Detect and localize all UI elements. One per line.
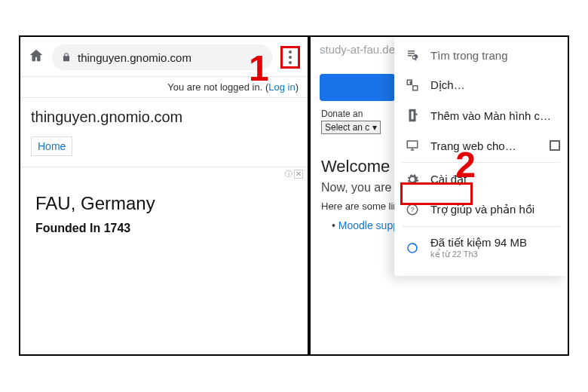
menu-label: Thêm vào Màn hình c…	[430, 109, 551, 122]
menu-label: Tìm trong trang	[430, 49, 508, 62]
lock-icon	[61, 52, 72, 63]
menu-settings[interactable]: Cài đặt	[394, 164, 568, 194]
search-in-page-icon	[405, 47, 420, 63]
site-title: thinguyen.gnomio.com	[20, 98, 308, 129]
menu-separator	[402, 226, 560, 227]
data-saver-icon	[405, 240, 420, 256]
donate-select[interactable]: Select an c ▾	[321, 121, 381, 134]
svg-text:?: ?	[410, 206, 414, 213]
checkbox-icon[interactable]	[550, 140, 560, 151]
omnibox[interactable]: thinguyen.gnomio.com	[52, 44, 273, 70]
menu-data-saved[interactable]: Đã tiết kiệm 94 MB kể từ 22 Th3	[394, 228, 568, 267]
ad-title: FAU, Germany	[35, 193, 292, 214]
login-link[interactable]: Log in	[268, 81, 295, 93]
ad-controls: ⓘ✕	[20, 167, 308, 179]
overflow-menu-button[interactable]	[280, 46, 300, 69]
omnibox-url: thinguyen.gnomio.com	[78, 51, 191, 64]
menu-add-to-homescreen[interactable]: Thêm vào Màn hình c…	[394, 100, 568, 130]
ad-block[interactable]: FAU, Germany Founded In 1743	[20, 179, 308, 249]
ad-close-icon[interactable]: ✕	[294, 170, 303, 179]
menu-translate[interactable]: Dịch…	[394, 70, 568, 100]
dots-icon	[289, 51, 292, 54]
nav-home[interactable]: Home	[31, 136, 72, 156]
menu-separator	[402, 162, 560, 163]
help-icon: ?	[405, 202, 420, 217]
breadcrumb: Home	[20, 129, 308, 167]
gear-icon	[405, 172, 420, 187]
add-to-home-icon	[405, 108, 420, 123]
bg-blue-button[interactable]	[320, 74, 395, 101]
menu-label: Dịch…	[430, 78, 465, 92]
menu-desktop-site[interactable]: Trang web cho…	[394, 130, 568, 161]
home-icon[interactable]	[28, 47, 44, 67]
overflow-menu: Tìm trong trang Dịch… Thêm vào Màn hình …	[394, 37, 568, 276]
menu-help-feedback[interactable]: ? Trợ giúp và phản hồi	[394, 194, 568, 225]
login-status: You are not logged in. (Log in)	[20, 77, 308, 98]
login-text: You are not logged in. (	[167, 81, 268, 93]
adchoices-icon[interactable]: ⓘ	[285, 170, 292, 178]
tutorial-frame: 1 thinguyen.gnomio.com You are not logge…	[19, 35, 569, 356]
menu-label: Trợ giúp và phản hồi	[430, 203, 534, 216]
ad-subtitle: Founded In 1743	[35, 222, 292, 235]
desktop-icon	[405, 138, 420, 153]
menu-label: Đã tiết kiệm 94 MB kể từ 22 Th3	[430, 236, 527, 259]
menu-label: Trang web cho…	[430, 139, 516, 152]
address-bar: thinguyen.gnomio.com	[20, 37, 308, 77]
pane-right: 2 study-at-fau.de Donate an Select an c …	[311, 37, 568, 354]
menu-label: Cài đặt	[430, 173, 467, 186]
translate-icon	[405, 78, 420, 93]
menu-find-in-page[interactable]: Tìm trong trang	[394, 40, 568, 70]
pane-left: 1 thinguyen.gnomio.com You are not logge…	[20, 37, 311, 354]
